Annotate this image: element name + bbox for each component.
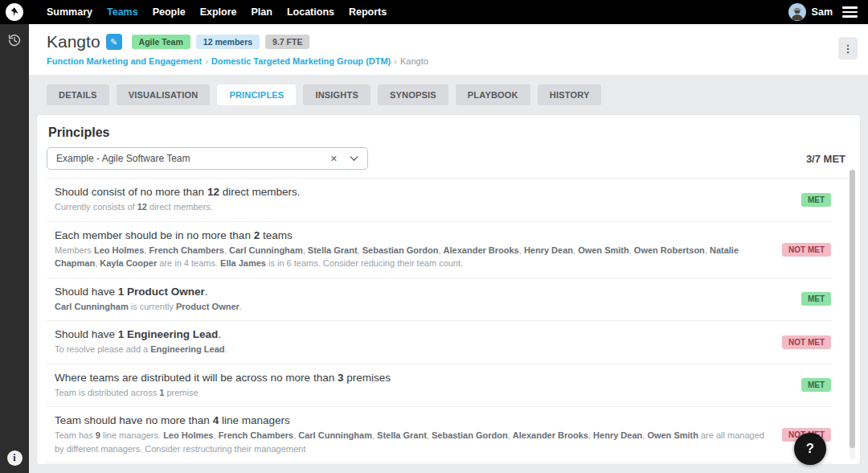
principle-description: Team is distributed across 1 premise: [55, 386, 790, 400]
status-badge: MET: [801, 378, 831, 392]
status-badge: MET: [801, 193, 831, 207]
question-icon: ?: [806, 441, 814, 457]
help-button[interactable]: ?: [794, 433, 826, 465]
principle-row: Should consist of no more than 12 direct…: [47, 179, 833, 222]
tab-history[interactable]: HISTORY: [538, 84, 602, 105]
scrollbar-thumb[interactable]: [850, 170, 855, 448]
principle-content: Each member should be in no more than 2 …: [55, 229, 771, 270]
top-nav: SummaryTeamsPeopleExplorePlanLocationsRe…: [39, 0, 394, 24]
principle-row: Each member should be in no more than 2 …: [47, 222, 833, 278]
principle-title: Team should have no more than 4 line man…: [55, 414, 771, 426]
top-bar: SummaryTeamsPeopleExplorePlanLocationsRe…: [0, 0, 868, 24]
more-options-button[interactable]: ⋮: [838, 37, 858, 60]
principle-description: Members Leo Holmes, French Chambers, Car…: [55, 244, 771, 270]
select-value: Example - Agile Software Team: [56, 153, 330, 164]
nav-item-summary[interactable]: Summary: [39, 0, 100, 24]
tab-bar: DETAILSVISUALISATIONPRINCIPLESINSIGHTSSY…: [29, 75, 868, 105]
breadcrumb: Function Marketing and Engagement›Domest…: [47, 56, 857, 66]
app-logo[interactable]: [6, 3, 23, 21]
tab-insights[interactable]: INSIGHTS: [303, 84, 371, 105]
pencil-icon: ✎: [110, 37, 117, 47]
scrollbar[interactable]: [850, 170, 855, 459]
principle-row: Should have 1 Engineering Lead.To resolv…: [47, 321, 833, 364]
kebab-icon: ⋮: [843, 43, 854, 55]
principles-panel: Principles Example - Agile Software Team…: [37, 115, 860, 464]
team-title-row: Kangto ✎ Agile Team12 members9.7 FTE: [47, 32, 857, 51]
status-badge: NOT MET: [782, 335, 831, 349]
principle-title: Where teams are distributed it will be a…: [55, 372, 790, 384]
breadcrumb-item[interactable]: Function Marketing and Engagement: [47, 56, 202, 66]
page-title: Kangto: [47, 32, 100, 51]
principle-row: Should have 1 Product Owner.Carl Cunning…: [47, 278, 833, 322]
tab-synopsis[interactable]: SYNOPSIS: [378, 84, 448, 105]
principle-title: Should have 1 Product Owner.: [55, 286, 790, 298]
menu-bar: [842, 15, 858, 18]
nav-item-teams[interactable]: Teams: [100, 0, 145, 24]
team-badge: Agile Team: [132, 35, 190, 49]
user-avatar[interactable]: [788, 3, 806, 21]
team-badge: 9.7 FTE: [265, 35, 309, 49]
status-badge: NOT MET: [782, 243, 831, 257]
breadcrumb-item[interactable]: Domestic Targeted Marketing Group (DTM): [211, 56, 391, 66]
principle-description: Team has 9 line managers. Leo Holmes, Fr…: [55, 429, 771, 455]
logo-mark-icon: [9, 6, 20, 18]
main-area: Kangto ✎ Agile Team12 members9.7 FTE Fun…: [29, 24, 868, 473]
menu-bar: [842, 6, 858, 9]
tab-details[interactable]: DETAILS: [47, 84, 109, 105]
nav-item-locations[interactable]: Locations: [280, 0, 342, 24]
body: i Kangto ✎ Agile Team12 members9.7 FTE F…: [0, 24, 868, 473]
principle-row: Team should be cross-functional and incl…: [47, 463, 833, 464]
top-right: Sam: [788, 3, 868, 21]
principle-set-select[interactable]: Example - Agile Software Team ✕: [47, 147, 368, 170]
info-icon[interactable]: i: [7, 450, 23, 466]
history-icon[interactable]: [7, 33, 22, 47]
principle-title: Each member should be in no more than 2 …: [55, 229, 771, 241]
menu-icon[interactable]: [842, 5, 858, 19]
principle-content: Should have 1 Engineering Lead.To resolv…: [55, 328, 771, 356]
nav-item-reports[interactable]: Reports: [342, 0, 394, 24]
principle-description: Carl Cunningham is currently Product Own…: [55, 300, 790, 314]
principle-content: Where teams are distributed it will be a…: [55, 372, 790, 400]
nav-item-explore[interactable]: Explore: [193, 0, 244, 24]
tab-playbook[interactable]: PLAYBOOK: [456, 84, 530, 105]
menu-bar: [842, 11, 858, 14]
status-badge: MET: [801, 292, 831, 306]
principle-title: Should consist of no more than 12 direct…: [55, 186, 790, 198]
breadcrumb-separator: ›: [394, 56, 397, 66]
left-sidebar: i: [0, 24, 29, 473]
team-header: Kangto ✎ Agile Team12 members9.7 FTE Fun…: [29, 24, 868, 75]
principle-title: Should have 1 Engineering Lead.: [55, 328, 771, 340]
principle-content: Team should have no more than 4 line man…: [55, 414, 771, 455]
logo-box: [0, 0, 29, 24]
met-summary: 3/7 MET: [806, 153, 850, 165]
avatar-photo: [789, 5, 805, 21]
tab-visualisation[interactable]: VISUALISATION: [117, 84, 211, 105]
principle-content: Should have 1 Product Owner.Carl Cunning…: [55, 286, 790, 314]
edit-team-button[interactable]: ✎: [106, 34, 122, 50]
nav-item-people[interactable]: People: [145, 0, 193, 24]
principle-row: Team should have no more than 4 line man…: [47, 407, 833, 463]
tab-principles[interactable]: PRINCIPLES: [217, 84, 296, 105]
principles-list: Should consist of no more than 12 direct…: [47, 178, 850, 464]
principle-description: Currently consists of 12 direct members.: [55, 200, 790, 214]
team-badge: 12 members: [196, 35, 260, 49]
chevron-down-icon[interactable]: [350, 156, 358, 162]
breadcrumb-item: Kangto: [400, 56, 428, 66]
clear-selection-icon[interactable]: ✕: [330, 154, 338, 164]
principle-description: To resolve please add a Engineering Lead…: [55, 343, 771, 356]
principles-heading: Principles: [48, 125, 850, 140]
nav-item-plan[interactable]: Plan: [244, 0, 280, 24]
principle-content: Should consist of no more than 12 direct…: [55, 186, 790, 214]
principle-row: Where teams are distributed it will be a…: [47, 364, 833, 408]
team-badges: Agile Team12 members9.7 FTE: [132, 35, 310, 49]
username: Sam: [812, 6, 833, 18]
principles-controls: Example - Agile Software Team ✕ 3/7 MET: [47, 147, 850, 170]
breadcrumb-separator: ›: [205, 56, 208, 66]
